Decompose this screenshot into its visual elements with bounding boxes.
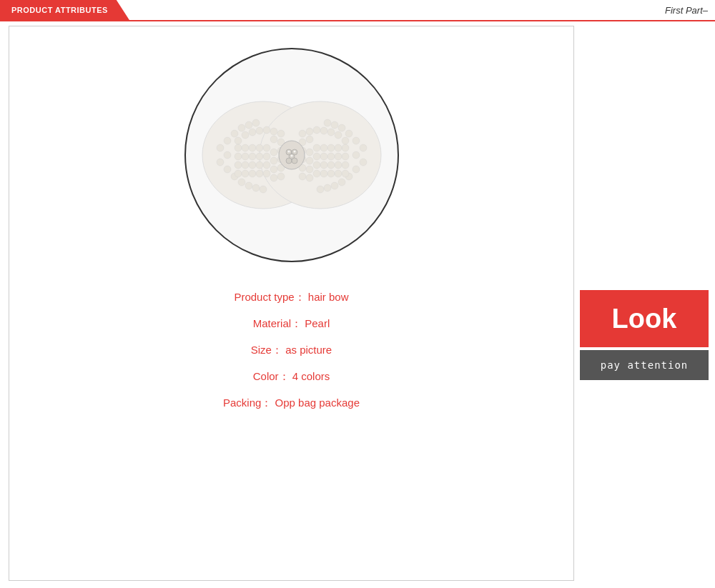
svg-point-75 [327, 144, 335, 151]
pay-attention-label: pay attention [601, 359, 689, 371]
attr-color: Color： 4 colors [253, 370, 330, 384]
svg-point-28 [242, 153, 249, 160]
svg-point-14 [252, 184, 260, 191]
svg-point-5 [245, 121, 252, 129]
svg-point-93 [306, 166, 313, 173]
svg-point-64 [331, 182, 338, 189]
svg-point-110 [287, 151, 290, 153]
svg-point-68 [335, 131, 342, 139]
attr-packing-label: Packing： [223, 397, 272, 409]
svg-point-8 [224, 151, 231, 159]
header-right-label: First Part– [665, 5, 715, 16]
svg-point-80 [327, 153, 335, 160]
svg-point-108 [286, 158, 292, 164]
svg-point-94 [306, 157, 313, 164]
svg-point-31 [263, 153, 270, 160]
svg-point-102 [299, 173, 306, 180]
svg-point-41 [263, 170, 270, 177]
attr-product-type: Product type： hair bow [234, 291, 348, 304]
svg-point-43 [270, 157, 277, 164]
svg-point-17 [242, 131, 249, 139]
svg-point-111 [293, 151, 295, 153]
product-image-container [184, 48, 399, 262]
svg-point-69 [327, 129, 335, 136]
svg-point-46 [277, 130, 285, 137]
svg-point-56 [331, 121, 338, 129]
svg-point-85 [327, 161, 335, 169]
svg-point-79 [335, 153, 342, 160]
svg-point-9 [217, 159, 224, 166]
svg-point-61 [352, 166, 360, 173]
product-card: Product type： hair bow Material： Pearl S… [9, 26, 574, 581]
header-bar: PRODUCT ATTRIBUTES First Part– [0, 0, 715, 20]
svg-point-112 [290, 155, 292, 157]
svg-point-51 [277, 173, 285, 180]
svg-point-33 [242, 161, 249, 169]
svg-point-40 [256, 170, 263, 177]
svg-point-54 [345, 130, 352, 137]
svg-point-86 [320, 161, 327, 169]
look-label: Look [612, 304, 677, 334]
svg-point-32 [235, 161, 242, 169]
svg-point-44 [270, 149, 277, 156]
svg-point-35 [256, 161, 263, 169]
right-panel: Look pay attention [574, 26, 706, 581]
svg-point-34 [249, 161, 256, 169]
svg-point-22 [235, 144, 242, 151]
svg-point-29 [249, 153, 256, 160]
svg-point-58 [360, 144, 367, 151]
svg-point-59 [352, 151, 360, 159]
svg-point-82 [313, 153, 320, 160]
svg-point-84 [335, 161, 342, 169]
product-attributes-label: PRODUCT ATTRIBUTES [11, 6, 108, 14]
attr-packing-value: Opp bag package [275, 397, 360, 409]
attr-packing: Packing： Opp bag package [223, 397, 360, 410]
first-part-label: First Part– [665, 5, 708, 16]
attr-size-label: Size： [251, 344, 282, 356]
svg-point-81 [320, 153, 327, 160]
svg-point-65 [324, 184, 331, 191]
svg-point-42 [270, 166, 277, 173]
attr-product-type-value: hair bow [308, 291, 349, 303]
svg-point-92 [313, 170, 320, 177]
svg-point-27 [235, 153, 242, 160]
attr-size-value: as picture [285, 344, 332, 356]
svg-point-73 [342, 144, 349, 151]
svg-point-23 [242, 144, 249, 151]
svg-point-90 [327, 170, 335, 177]
svg-point-95 [306, 149, 313, 156]
svg-point-72 [306, 128, 313, 135]
svg-point-89 [335, 170, 342, 177]
svg-point-15 [260, 186, 267, 193]
svg-point-78 [342, 153, 349, 160]
svg-point-38 [242, 170, 249, 177]
svg-point-77 [313, 144, 320, 151]
svg-point-10 [224, 166, 231, 173]
product-attributes: Product type： hair bow Material： Pearl S… [223, 291, 360, 410]
svg-point-53 [352, 137, 360, 144]
svg-point-97 [299, 130, 306, 137]
svg-point-30 [256, 153, 263, 160]
attr-color-value: 4 colors [292, 370, 330, 382]
svg-point-18 [249, 129, 256, 136]
look-box: Look [580, 290, 709, 347]
svg-point-52 [270, 174, 277, 181]
svg-point-36 [263, 161, 270, 169]
svg-point-66 [317, 186, 324, 193]
svg-point-21 [270, 128, 277, 135]
svg-point-103 [306, 174, 313, 181]
attr-color-label: Color： [253, 370, 290, 382]
attr-material-label: Material： [253, 317, 302, 329]
svg-point-39 [249, 170, 256, 177]
svg-point-70 [320, 127, 327, 134]
svg-point-6 [252, 119, 260, 126]
svg-point-26 [263, 144, 270, 151]
svg-point-12 [238, 179, 245, 186]
header-line [0, 20, 715, 21]
svg-point-13 [245, 182, 252, 189]
svg-point-88 [342, 170, 349, 177]
svg-point-2 [224, 137, 231, 144]
svg-point-76 [320, 144, 327, 151]
svg-point-83 [342, 161, 349, 169]
svg-point-16 [235, 137, 242, 144]
